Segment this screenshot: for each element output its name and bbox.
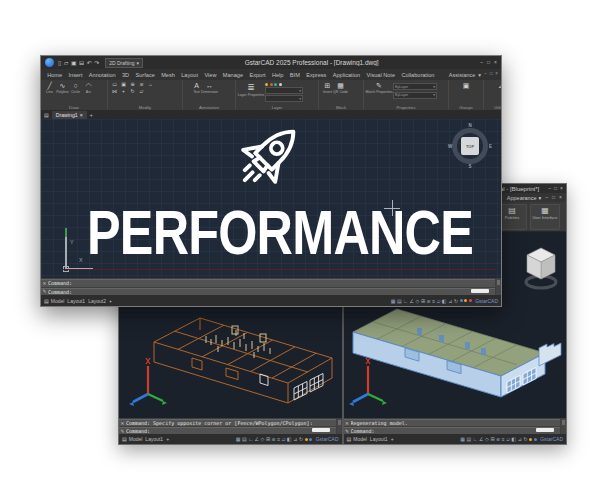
- layout-tab[interactable]: Layout1: [67, 298, 85, 304]
- dynamic-ucs-icon[interactable]: ↻: [299, 436, 303, 442]
- command-scrollbar[interactable]: [561, 419, 566, 434]
- group-label[interactable]: Layer: [236, 105, 318, 110]
- doc-close-button[interactable]: ×: [495, 72, 498, 77]
- grid-icon[interactable]: ▤: [466, 436, 471, 442]
- selection-cycling-icon[interactable]: ◧: [512, 436, 517, 442]
- mirror-tool[interactable]: ⋈: [110, 88, 119, 95]
- close-button[interactable]: ×: [560, 186, 563, 191]
- doc-minimize-button[interactable]: –: [484, 72, 487, 77]
- layer-color-icon[interactable]: [270, 83, 273, 86]
- assistance-menu[interactable]: Assistance ▾ – □ ×: [449, 72, 498, 78]
- group-label[interactable]: Groups: [449, 105, 483, 110]
- notification-dot-icon[interactable]: [464, 299, 467, 302]
- group-label[interactable]: Utilities: [484, 105, 501, 110]
- selection-cycling-icon[interactable]: ◧: [442, 298, 447, 304]
- document-tab[interactable]: Drawing1 ×: [52, 111, 87, 119]
- layout-tab[interactable]: Layout1: [145, 436, 163, 442]
- close-button[interactable]: ×: [494, 60, 497, 65]
- viewcube-2d[interactable]: N S W E TOP: [447, 123, 493, 169]
- stretch-tool[interactable]: ↔: [146, 81, 155, 88]
- command-input-row[interactable]: ✎ Command:: [41, 288, 495, 296]
- group-label[interactable]: Annotation: [183, 105, 235, 110]
- draw-tool[interactable]: ╱ Line: [43, 81, 56, 94]
- cloud-dot-icon[interactable]: [309, 438, 312, 441]
- layout-tab[interactable]: Model: [51, 298, 65, 304]
- new-document-button[interactable]: +: [90, 112, 93, 118]
- otrack-icon[interactable]: ≋: [272, 436, 276, 442]
- group-label[interactable]: Draw: [41, 105, 107, 110]
- 3d-osnap-icon[interactable]: ⊿: [518, 436, 522, 442]
- viewcube-3d-icon[interactable]: [522, 244, 562, 296]
- 3d-osnap-icon[interactable]: ⊿: [293, 436, 297, 442]
- cloud-dot-icon[interactable]: [534, 438, 537, 441]
- command-input-row[interactable]: ✎ Command:: [344, 427, 561, 434]
- doc-minimize-button[interactable]: –: [545, 195, 548, 200]
- ribbon-tab[interactable]: Insert: [65, 70, 85, 80]
- undo-icon[interactable]: ↶: [87, 59, 92, 66]
- ribbon-tab[interactable]: Application: [330, 70, 364, 80]
- annotation-tool[interactable]: ↔ Dimension: [203, 81, 216, 94]
- close-icon[interactable]: ✕: [119, 421, 126, 426]
- osnap-icon[interactable]: ⊞: [266, 436, 270, 442]
- ribbon-tab[interactable]: Mesh: [158, 70, 178, 80]
- snap-icon[interactable]: ▦: [236, 436, 241, 442]
- cloud-dot-icon[interactable]: [460, 299, 463, 302]
- ribbon-tab[interactable]: 3D: [119, 70, 133, 80]
- ribbon-tab[interactable]: Manage: [220, 70, 247, 80]
- maximize-button[interactable]: □: [554, 186, 557, 191]
- transparency-icon[interactable]: ▱: [437, 298, 441, 304]
- command-options-button[interactable]: [471, 289, 489, 293]
- match-properties-tool[interactable]: ✎ Match Properties: [366, 81, 392, 94]
- command-input[interactable]: Command:: [48, 289, 72, 295]
- viewcube-north[interactable]: N: [468, 123, 471, 128]
- erase-tool[interactable]: ▭: [110, 81, 119, 88]
- save-icon[interactable]: ▣: [71, 59, 77, 66]
- ribbon-tab[interactable]: BIM: [287, 70, 303, 80]
- polar-icon[interactable]: ∠: [479, 436, 483, 442]
- dynamic-ucs-icon[interactable]: ↻: [454, 298, 458, 304]
- move-tool[interactable]: +: [119, 88, 128, 95]
- color-dropdown[interactable]: ByLayer ▾: [393, 83, 437, 90]
- transparency-icon[interactable]: ▱: [506, 436, 510, 442]
- menu-icon[interactable]: ▤: [44, 298, 49, 304]
- ribbon-tab[interactable]: View: [201, 70, 219, 80]
- ribbon-tab[interactable]: Help: [269, 70, 287, 80]
- snap-icon[interactable]: ▦: [460, 436, 465, 442]
- viewcube-top-face[interactable]: TOP: [461, 137, 479, 155]
- ortho-icon[interactable]: ∟: [403, 298, 408, 304]
- redo-icon[interactable]: ↷: [94, 59, 99, 66]
- command-options-button[interactable]: [312, 428, 330, 432]
- drawing-canvas[interactable]: PERFORMANCE N S W E TOP Y X: [41, 119, 501, 278]
- otrack-icon[interactable]: ≋: [427, 298, 431, 304]
- polar-icon[interactable]: ∠: [410, 298, 414, 304]
- maximize-button[interactable]: □: [487, 60, 490, 65]
- rotate-tool[interactable]: ↻: [128, 88, 137, 95]
- layout-tab[interactable]: Model: [129, 436, 143, 442]
- layer-color-icon[interactable]: [274, 83, 277, 86]
- ribbon-tab[interactable]: Surface: [132, 70, 158, 80]
- measure-tool-icon[interactable]: ⊿: [498, 81, 501, 90]
- offset-tool[interactable]: ≋: [137, 81, 146, 88]
- close-icon[interactable]: ✕: [344, 421, 351, 426]
- ribbon-tab[interactable]: Express: [303, 70, 330, 80]
- copy-tool[interactable]: ▱: [137, 88, 146, 95]
- draw-tool[interactable]: ◠ Arc: [82, 81, 95, 94]
- draw-tool[interactable]: ∿ Polyline: [56, 81, 69, 94]
- command-input[interactable]: Command:: [126, 428, 150, 434]
- layout-tab[interactable]: +: [391, 436, 394, 442]
- record-dot-icon[interactable]: [469, 299, 472, 302]
- layout-tab[interactable]: Layout1: [370, 436, 388, 442]
- notification-dot-icon[interactable]: [305, 438, 308, 441]
- snap-icon[interactable]: ▦: [391, 298, 396, 304]
- appearance-menu[interactable]: Appearance ▾: [507, 195, 541, 201]
- menu-icon[interactable]: ▤: [122, 436, 127, 442]
- 3d-osnap-icon[interactable]: ⊿: [448, 298, 452, 304]
- print-icon[interactable]: ⊟: [79, 59, 84, 66]
- layout-tab[interactable]: Layout2: [88, 298, 106, 304]
- ribbon-button[interactable]: ▦ User Interface: [530, 204, 560, 230]
- layer-properties-tool[interactable]: ≣ Layer Properties: [238, 81, 264, 97]
- dynamic-ucs-icon[interactable]: ↻: [524, 436, 528, 442]
- ribbon-tab[interactable]: Layout: [178, 70, 201, 80]
- isodraft-icon[interactable]: ◇: [416, 298, 420, 304]
- command-input[interactable]: Command:: [351, 428, 375, 434]
